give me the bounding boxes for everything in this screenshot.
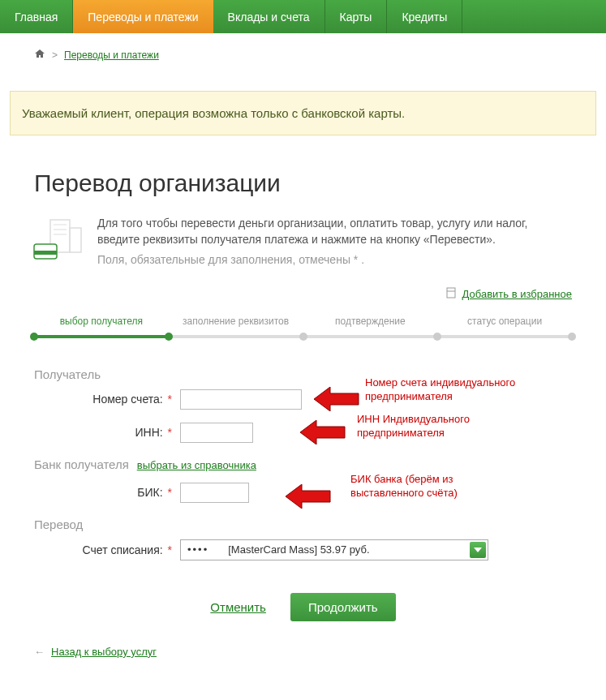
row-bank-header: Банк получателя выбрать из справочника [34,457,572,471]
annotation-bik: БИК банка (берём из выставленного счёта) [350,473,521,500]
progress-steps: выбор получателя заполнение реквизитов п… [34,316,572,338]
breadcrumb-separator: > [52,49,58,61]
row-bik: БИК: * БИК банка (берём из выставленного… [34,483,572,503]
annotation-account: Номер счета индивидуального предпринимат… [365,376,535,404]
card-masked: •••• [187,543,208,556]
section-bank: Банк получателя [34,457,129,471]
arrow-icon [300,420,346,444]
debit-selected-value: [MasterCard Mass] 53.97 руб. [228,543,369,556]
nav-item-credits[interactable]: Кредиты [387,0,462,33]
row-inn: ИНН: * ИНН Индивидуального предпринимате… [34,423,572,443]
arrow-icon [314,387,359,411]
back-link-row: ← Назад к выбору услуг [34,646,572,658]
nav-item-home[interactable]: Главная [0,0,73,33]
step-label: выбор получателя [34,316,169,327]
section-transfer: Перевод [34,517,572,531]
svg-rect-1 [70,228,81,252]
step-status: статус операции [437,316,572,338]
debit-account-select[interactable]: •••• [MasterCard Mass] 53.97 руб. [180,539,488,560]
svg-rect-6 [34,251,57,255]
inn-label: ИНН: * [34,426,180,439]
step-label: заполнение реквизитов [169,316,303,327]
step-confirm: подтверждение [303,316,438,338]
step-details: заполнение реквизитов [169,316,303,338]
account-label: Номер счета: * [34,393,180,406]
intro-text-main: Для того чтобы перевести деньги организа… [97,215,572,248]
continue-button[interactable]: Продолжить [290,593,396,621]
inn-input[interactable] [180,423,253,443]
arrow-left-icon: ← [34,646,45,658]
arrow-icon [286,484,331,509]
breadcrumb: > Переводы и платежи [0,33,606,76]
back-link[interactable]: Назад к выбору услуг [51,646,157,658]
building-icon [34,215,83,262]
annotation-inn: ИНН Индивидуального предпринимателя [357,413,527,440]
notice-banner: Уважаемый клиент, операция возможна толь… [10,91,596,135]
intro-block: Для того чтобы перевести деньги организа… [34,215,572,268]
chevron-down-icon [470,542,486,558]
bank-reference-link[interactable]: выбрать из справочника [137,459,256,471]
bookmark-icon [446,287,456,301]
top-nav: Главная Переводы и платежи Вклады и счет… [0,0,606,33]
intro-text-hint: Поля, обязательные для заполнения, отмеч… [97,251,572,268]
nav-item-transfers[interactable]: Переводы и платежи [73,0,213,33]
step-recipient: выбор получателя [34,316,169,338]
nav-item-cards[interactable]: Карты [325,0,388,33]
step-label: подтверждение [303,316,438,327]
bik-label: БИК: * [34,486,180,499]
home-icon[interactable] [34,48,45,62]
breadcrumb-link[interactable]: Переводы и платежи [64,49,159,61]
page-title: Перевод организации [34,170,572,197]
svg-rect-7 [447,288,455,298]
cancel-button[interactable]: Отменить [210,600,266,614]
account-input[interactable] [180,389,302,410]
nav-item-deposits[interactable]: Вклады и счета [213,0,325,33]
step-label: статус операции [437,316,572,327]
debit-label: Счет списания: * [34,543,180,556]
add-favorite-link[interactable]: Добавить в избранное [462,288,572,300]
row-debit-account: Счет списания: * •••• [MasterCard Mass] … [34,539,572,560]
bik-input[interactable] [180,483,249,503]
row-account: Номер счета: * Номер счета индивидуально… [34,389,572,410]
